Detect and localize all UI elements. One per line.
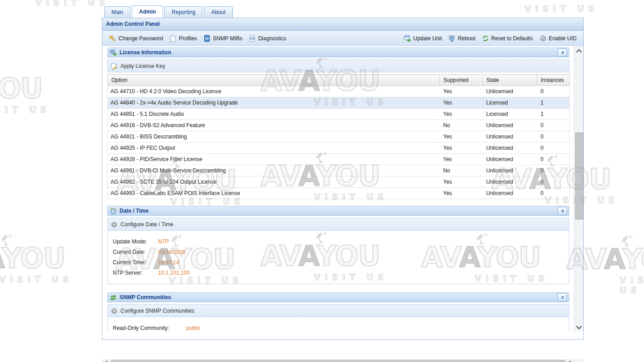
table-cell: 0 xyxy=(537,120,570,131)
table-row[interactable]: AG 44992 - SCTE 35 to 104 Output License… xyxy=(108,176,570,188)
table-cell: Yes xyxy=(440,154,483,165)
field-value: 10.1.101.100 xyxy=(158,270,190,276)
gear-icon xyxy=(111,307,118,314)
table-cell: 1 xyxy=(537,97,570,109)
table-cell: Licensed xyxy=(483,97,537,109)
reset-to-defaults-button[interactable]: Reset to Defaults xyxy=(479,33,536,44)
tab-reporting[interactable]: Reporting xyxy=(164,6,202,18)
profiles-label: Profiles xyxy=(179,35,197,42)
field-row: Current Time:18:55:14 xyxy=(113,257,569,267)
collapse-snmp-button[interactable]: » xyxy=(557,293,567,301)
tab-about[interactable]: About xyxy=(204,6,232,18)
update-unit-button[interactable]: Update Unit xyxy=(401,33,445,44)
scroll-left-arrow[interactable] xyxy=(102,359,111,362)
collapse-up-icon: » xyxy=(559,51,565,54)
table-row[interactable]: AG 44928 - PID/Service Filter LicenseYes… xyxy=(108,154,570,165)
reset-arrows-icon xyxy=(482,35,489,42)
satellite-dish-icon xyxy=(0,233,14,247)
field-row: NTP Server:10.1.101.100 xyxy=(113,267,569,278)
table-cell: 0 xyxy=(537,165,570,176)
scroll-up-arrow[interactable] xyxy=(574,47,583,55)
snmp-section-title: SNMP Communities xyxy=(120,294,171,300)
field-value: 18:55:14 xyxy=(158,259,179,266)
table-row[interactable]: AG 44925 - IP FEC OutputYesUnlicensed0 xyxy=(108,143,570,154)
date-time-icon xyxy=(110,207,117,214)
profiles-button[interactable]: Profiles xyxy=(166,33,200,44)
reboot-monitor-icon xyxy=(448,35,456,42)
watermark-tagline: VISIT US xyxy=(620,275,644,295)
reboot-label: Reboot xyxy=(458,35,476,42)
horizontal-scroll-thumb[interactable] xyxy=(111,360,565,362)
datetime-section-header: Date / Time » xyxy=(107,206,569,216)
page-icon xyxy=(169,35,177,42)
column-header-option[interactable]: Option xyxy=(108,75,440,86)
table-cell: AG 44710 - HD 4:2:0 Video Decoding Licen… xyxy=(108,86,440,97)
tab-admin[interactable]: Admin xyxy=(132,5,163,18)
license-information-icon xyxy=(110,49,117,56)
column-header-supported[interactable]: Supported xyxy=(440,75,483,86)
table-cell: Yes xyxy=(440,143,483,154)
datetime-section-title: Date / Time xyxy=(120,208,149,214)
table-cell: Unlicensed xyxy=(483,188,537,199)
change-password-button[interactable]: Change Password xyxy=(106,33,166,44)
column-header-state[interactable]: State xyxy=(483,75,537,86)
watermark-brand: AVAYOU xyxy=(0,244,73,272)
chevron-down-icon xyxy=(576,324,582,329)
table-cell: AG 44840 - 2x->4x Audio Service Decoding… xyxy=(108,97,440,109)
scrollbar-corner xyxy=(574,359,583,362)
table-cell: AG 44992 - SCTE 35 to 104 Output License xyxy=(108,176,440,188)
section-snmp-communities: SNMP Communities » Configure SNMP Commun… xyxy=(107,292,569,331)
watermark: AVAYOUVISIT US xyxy=(0,244,73,284)
admin-panel: Admin Control Panel Change PasswordProfi… xyxy=(102,18,584,340)
diagnostics-button[interactable]: Diagnostics xyxy=(245,33,289,44)
table-cell: Yes xyxy=(440,188,483,199)
table-cell: 0 xyxy=(537,154,570,165)
table-cell: Yes xyxy=(440,109,483,120)
collapse-datetime-button[interactable]: » xyxy=(557,207,567,215)
table-cell: AG 44851 - 5.1 Discrete Audio xyxy=(108,109,440,120)
configure-snmp-communities-button[interactable]: Configure SNMP Communities xyxy=(108,305,569,317)
table-cell: AG 44916 - DVB-S2 Advanced Feature xyxy=(108,120,440,131)
datetime-fields: Update Mode:NTPCurrent Date:03/14/2026Cu… xyxy=(108,231,569,284)
watermark-brand: AVAYOU xyxy=(0,75,50,103)
field-row: Update Mode:NTP xyxy=(113,236,569,247)
horizontal-scrollbar[interactable] xyxy=(102,359,574,362)
chevron-left-icon xyxy=(104,361,110,362)
table-cell: Yes xyxy=(440,176,483,188)
watermark-tagline: VISIT US xyxy=(35,0,109,7)
table-cell: AG 44993 - CableLabs ESAM POIS Interface… xyxy=(108,188,440,199)
toolbar: Change PasswordProfilesSNMP MIBsDiagnost… xyxy=(102,31,583,47)
change-password-label: Change Password xyxy=(119,35,163,42)
table-row[interactable]: AG 44993 - CableLabs ESAM POIS Interface… xyxy=(108,188,570,199)
table-row[interactable]: AG 44991 - DVB-CI Multi-Service Descramb… xyxy=(108,165,570,176)
vertical-scroll-thumb[interactable] xyxy=(575,133,583,219)
tab-main[interactable]: Main xyxy=(104,6,130,18)
reboot-button[interactable]: Reboot xyxy=(445,33,479,44)
configure-date-time-button[interactable]: Configure Date / Time xyxy=(108,218,569,231)
apply-license-key-button[interactable]: Apply License Key xyxy=(108,60,569,72)
table-row[interactable]: AG 44921 - BISS DescramblingYesUnlicense… xyxy=(108,131,570,143)
table-cell: Unlicensed xyxy=(483,120,537,131)
vertical-scrollbar[interactable] xyxy=(574,46,583,331)
column-header-instances[interactable]: Instances xyxy=(537,75,570,86)
field-label: Update Mode: xyxy=(113,238,158,245)
table-row[interactable]: AG 44840 - 2x->4x Audio Service Decoding… xyxy=(108,97,570,109)
table-cell: Unlicensed xyxy=(483,86,537,97)
table-row[interactable]: AG 44710 - HD 4:2:0 Video Decoding Licen… xyxy=(108,86,570,97)
section-date-time: Date / Time » Configure Date / Time Upda… xyxy=(107,206,569,284)
snmp-communities-icon xyxy=(110,294,117,301)
table-cell: 0 xyxy=(537,143,570,154)
enable-uid-button[interactable]: Enable UID xyxy=(536,33,580,44)
snmp-mibs-button[interactable]: SNMP MIBs xyxy=(200,33,245,44)
scroll-down-arrow[interactable] xyxy=(574,322,583,330)
collapse-license-button[interactable]: » xyxy=(557,48,567,57)
table-row[interactable]: AG 44851 - 5.1 Discrete AudioYesLicensed… xyxy=(108,109,570,120)
diagnostics-page-icon xyxy=(249,35,256,42)
table-cell: Yes xyxy=(440,97,483,109)
table-cell: AG 44991 - DVB-CI Multi-Service Descramb… xyxy=(108,165,440,176)
table-cell: Unlicensed xyxy=(483,131,537,143)
toolbar-right: Update UnitRebootReset to DefaultsEnable… xyxy=(401,33,580,44)
table-cell: 0 xyxy=(537,131,570,143)
table-row[interactable]: AG 44916 - DVB-S2 Advanced FeatureNoUnli… xyxy=(108,120,570,131)
scroll-right-arrow[interactable] xyxy=(566,359,574,362)
